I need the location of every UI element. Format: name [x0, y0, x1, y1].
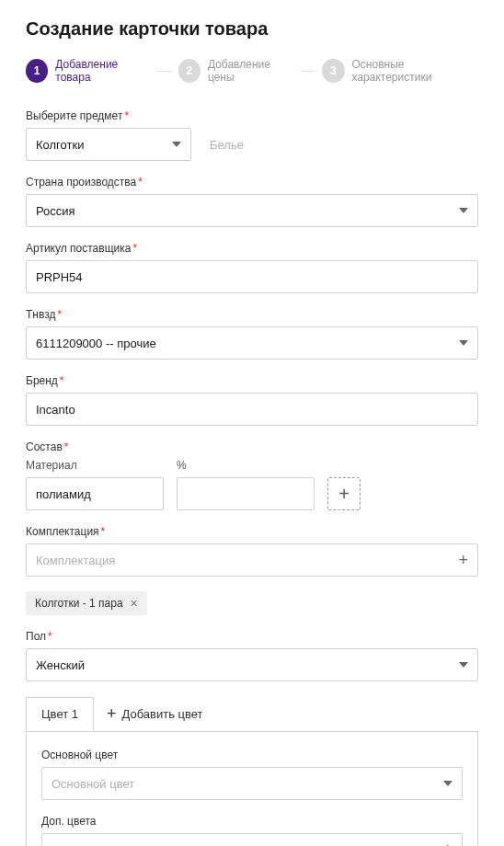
main-color-select[interactable]: Основной цвет	[41, 767, 463, 800]
tnved-label: Тнвзд*	[26, 308, 478, 321]
plus-icon: +	[338, 484, 349, 505]
chevron-down-icon	[443, 781, 452, 786]
page-title: Создание карточки товара	[26, 18, 478, 40]
color-panel: Основной цвет Основной цвет Доп. цвета Д…	[26, 732, 478, 846]
country-label: Страна производства*	[26, 176, 478, 189]
close-icon[interactable]: ×	[131, 597, 138, 610]
step-divider	[157, 71, 171, 72]
step-label: Основные характеристики	[352, 58, 478, 84]
subject-select[interactable]: Колготки	[26, 128, 191, 161]
chevron-down-icon	[459, 662, 468, 668]
plus-icon: +	[107, 705, 117, 722]
step-number: 2	[178, 59, 200, 83]
main-color-label: Основной цвет	[41, 749, 463, 761]
step-number: 3	[322, 59, 344, 83]
tnved-select[interactable]: 6111209000 -- прочие	[26, 326, 478, 360]
brand-label: Бренд*	[26, 374, 478, 387]
add-colors-placeholder: Доп. цвета	[52, 843, 111, 847]
add-colors-select[interactable]: Доп. цвета +	[41, 833, 463, 846]
add-color-button[interactable]: + Добавить цвет	[94, 696, 216, 731]
stepper: 1 Добавление товара 2 Добавление цены 3 …	[26, 58, 478, 84]
kit-select[interactable]: Комплектация +	[26, 543, 478, 577]
tab-color-1[interactable]: Цвет 1	[26, 697, 94, 731]
sku-label: Артикул поставщика*	[26, 242, 478, 255]
percent-label: %	[177, 459, 315, 472]
plus-icon: +	[442, 840, 452, 847]
chevron-down-icon	[172, 142, 181, 147]
step-divider	[301, 71, 315, 72]
kit-tag: Колготки - 1 пара ×	[26, 591, 147, 615]
main-color-placeholder: Основной цвет	[52, 777, 134, 791]
percent-input[interactable]	[177, 477, 315, 510]
step-characteristics[interactable]: 3 Основные характеристики	[322, 58, 478, 84]
material-input[interactable]	[26, 477, 164, 510]
step-number: 1	[26, 59, 48, 83]
tag-label: Колготки - 1 пара	[35, 597, 123, 610]
kit-placeholder: Комплектация	[36, 554, 115, 567]
composition-label: Состав*	[26, 440, 478, 453]
material-label: Материал	[26, 459, 164, 472]
subject-hint: Белье	[210, 138, 244, 152]
add-composition-button[interactable]: +	[327, 477, 361, 510]
subject-value: Колготки	[36, 138, 84, 152]
chevron-down-icon	[459, 340, 468, 346]
brand-input[interactable]	[26, 393, 478, 426]
chevron-down-icon	[459, 208, 468, 213]
country-select[interactable]: Россия	[26, 194, 478, 227]
step-label: Добавление товара	[55, 58, 149, 84]
gender-label: Пол*	[26, 630, 478, 643]
tnved-value: 6111209000 -- прочие	[36, 337, 156, 350]
gender-value: Женский	[36, 658, 85, 672]
subject-label: Выберите предмет*	[26, 109, 478, 122]
step-add-price[interactable]: 2 Добавление цены	[178, 58, 294, 84]
kit-label: Комплектация*	[26, 525, 478, 538]
gender-select[interactable]: Женский	[26, 648, 478, 681]
color-tabs: Цвет 1 + Добавить цвет	[26, 696, 478, 732]
add-colors-label: Доп. цвета	[41, 815, 463, 828]
step-label: Добавление цены	[208, 58, 293, 84]
step-add-product[interactable]: 1 Добавление товара	[26, 58, 150, 84]
sku-input[interactable]	[26, 260, 478, 293]
add-color-label: Добавить цвет	[122, 707, 203, 721]
country-value: Россия	[36, 204, 75, 218]
plus-icon: +	[458, 551, 468, 570]
